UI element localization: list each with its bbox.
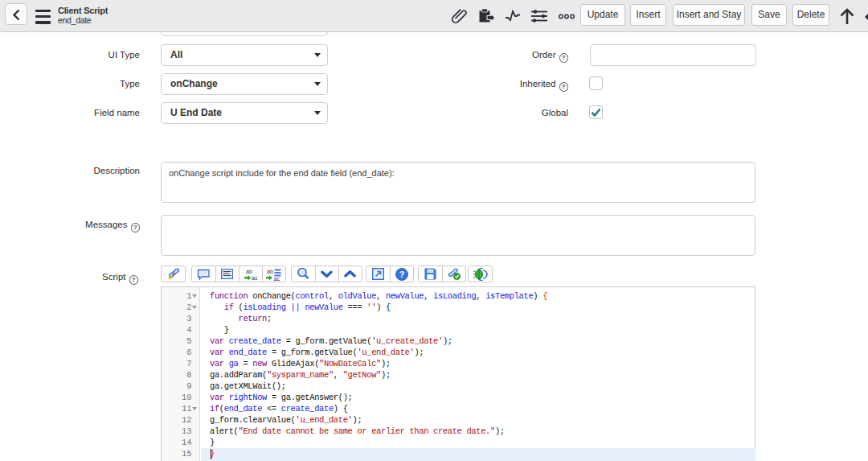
svg-text:?: ? xyxy=(399,270,404,279)
svg-text:ab: ab xyxy=(246,269,252,274)
svg-text:ab: ab xyxy=(267,269,273,274)
svg-text:ac: ac xyxy=(274,275,280,281)
svg-text:ac: ac xyxy=(252,274,258,280)
